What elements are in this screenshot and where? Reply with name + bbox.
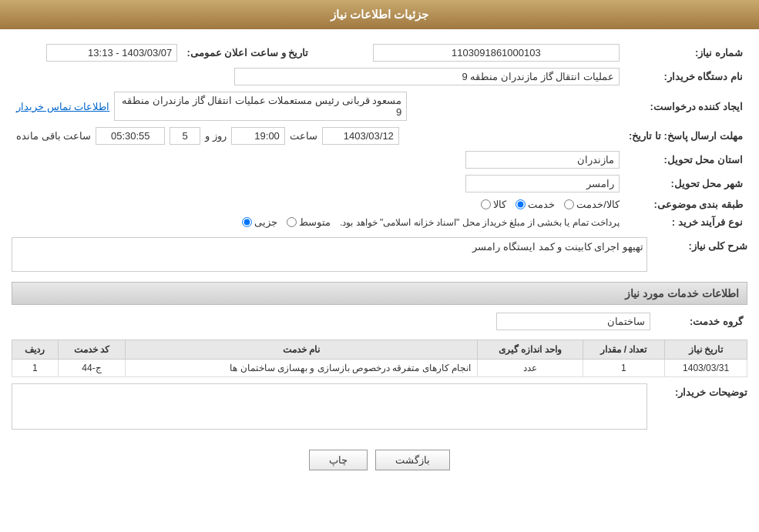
shomara-value-cell: 1103091861000103 xyxy=(313,41,624,65)
cell-vahed: عدد xyxy=(477,360,583,377)
ijad-row: ایجاد کننده درخواست: مسعود قربانی رئیس م… xyxy=(12,89,747,124)
navoe-value-cell: پرداخت تمام یا بخشی از مبلغ خریداز محل "… xyxy=(12,213,624,231)
tarikh-label: تاریخ و ساعت اعلان عمومی: xyxy=(182,41,313,65)
cell-nam: انجام کارهای متفرقه درخصوص بازسازی و بهس… xyxy=(126,360,478,377)
grohe-table: گروه خدمت: ساختمان xyxy=(12,309,747,333)
tabaqe-row: طبقه بندی موضوعی: کالا/خدمت خدمت کالا xyxy=(12,196,747,213)
cell-radif: 1 xyxy=(12,360,59,377)
cell-kod: ج-44 xyxy=(58,360,126,377)
dastgah-value-cell: عملیات انتقال گاز مازندران منطقه 9 xyxy=(12,65,624,89)
grohe-label: گروه خدمت: xyxy=(655,309,747,333)
ostan-value: مازندران xyxy=(465,151,620,169)
mohlet-time: 19:00 xyxy=(231,127,285,145)
sharh-section: شرح کلی نیاز: // Set value after render … xyxy=(12,237,747,274)
radio-jozee-label: جزیی xyxy=(254,216,277,228)
shomara-label: شماره نیاز: xyxy=(624,41,747,65)
navoe-row: نوع فرآیند خرید : پرداخت تمام یا بخشی از… xyxy=(12,213,747,231)
services-table-header-row: تاریخ نیاز تعداد / مقدار واحد اندازه گیر… xyxy=(12,340,747,360)
radio-motovaset-label: متوسط xyxy=(299,216,331,228)
dastgah-label: نام دستگاه خریدار: xyxy=(624,65,747,89)
mohlet-roz: 5 xyxy=(170,127,200,145)
grohe-value: ساختمان xyxy=(496,313,650,330)
col-radif: ردیف xyxy=(12,340,59,360)
button-area: بازگشت چاپ xyxy=(12,438,747,482)
dastgah-value: عملیات انتقال گاز مازندران منطقه 9 xyxy=(234,68,620,85)
mohlet-roz-label: روز و xyxy=(205,130,227,142)
radio-khadamat-label: خدمت xyxy=(528,199,555,210)
ettelaat-tamas-link[interactable]: اطلاعات تماس خریدار xyxy=(16,101,109,112)
col-nam: نام خدمت xyxy=(126,340,478,360)
radio-jozee[interactable]: جزیی xyxy=(242,216,277,228)
table-row: 1403/03/31 1 عدد انجام کارهای متفرقه درخ… xyxy=(12,360,747,377)
mohlet-label: مهلت ارسال پاسخ: تا تاریخ: xyxy=(624,124,747,148)
tabaqe-label: طبقه بندی موضوعی: xyxy=(624,196,747,213)
radio-jozee-input[interactable] xyxy=(242,217,252,227)
sharh-label: شرح کلی نیاز: xyxy=(655,237,747,252)
tosif-textarea[interactable] xyxy=(12,383,647,430)
mohlet-remaining: 05:30:55 xyxy=(96,127,165,145)
shahr-value: رامسر xyxy=(465,175,620,192)
radio-kala-label: کالا xyxy=(493,199,506,210)
mohlet-row: مهلت ارسال پاسخ: تا تاریخ: 1403/03/12 سا… xyxy=(12,124,747,148)
back-button[interactable]: بازگشت xyxy=(375,450,450,470)
print-button[interactable]: چاپ xyxy=(309,450,368,470)
navoe-note: پرداخت تمام یا بخشی از مبلغ خریداز محل "… xyxy=(340,217,620,228)
ostan-row: استان محل تحویل: مازندران xyxy=(12,148,747,172)
cell-tarikh: 1403/03/31 xyxy=(665,360,747,377)
col-vahed: واحد اندازه گیری xyxy=(477,340,583,360)
radio-kala-khadamat[interactable]: کالا/خدمت xyxy=(564,199,620,210)
radio-kala-khadamat-input[interactable] xyxy=(564,199,574,209)
shomara-value: 1103091861000103 xyxy=(373,44,620,62)
shomara-row: شماره نیاز: 1103091861000103 تاریخ و ساع… xyxy=(12,41,747,65)
radio-khadamat-input[interactable] xyxy=(516,199,526,209)
sharh-textarea[interactable] xyxy=(12,237,647,272)
radio-kala-input[interactable] xyxy=(481,199,491,209)
info-table: شماره نیاز: 1103091861000103 تاریخ و ساع… xyxy=(12,41,747,231)
radio-kala[interactable]: کالا xyxy=(481,199,506,210)
ostan-label: استان محل تحویل: xyxy=(624,148,747,172)
tarikh-value: 1403/03/07 - 13:13 xyxy=(46,44,177,62)
cell-tedad: 1 xyxy=(583,360,665,377)
ijad-value-cell: مسعود قربانی رئیس مستعملات عملیات انتقال… xyxy=(12,89,624,124)
mohlet-date: 1403/03/12 xyxy=(322,127,399,145)
col-kod: کد خدمت xyxy=(58,340,126,360)
grohe-value-cell: ساختمان xyxy=(12,309,655,333)
radio-motovaset[interactable]: متوسط xyxy=(287,216,331,228)
grohe-row: گروه خدمت: ساختمان xyxy=(12,309,747,333)
radio-kala-khadamat-label: کالا/خدمت xyxy=(576,199,620,210)
ostan-value-cell: مازندران xyxy=(12,148,624,172)
mohlet-time-label: ساعت xyxy=(290,130,317,142)
mohlet-value-cell: 1403/03/12 ساعت 19:00 روز و 5 05:30:55 س… xyxy=(12,124,624,148)
mohlet-remaining-label: ساعت باقی مانده xyxy=(16,130,91,142)
shahr-row: شهر محل تحویل: رامسر xyxy=(12,172,747,196)
services-table: تاریخ نیاز تعداد / مقدار واحد اندازه گیر… xyxy=(12,340,747,377)
page-header: جزئیات اطلاعات نیاز xyxy=(0,0,759,29)
radio-khadamat[interactable]: خدمت xyxy=(516,199,555,210)
services-section-header: اطلاعات خدمات مورد نیاز xyxy=(12,282,747,305)
ijad-value: مسعود قربانی رئیس مستعملات عملیات انتقال… xyxy=(114,92,407,121)
radio-motovaset-input[interactable] xyxy=(287,217,297,227)
dastgah-row: نام دستگاه خریدار: عملیات انتقال گاز ماز… xyxy=(12,65,747,89)
tosif-label: توضیحات خریدار: xyxy=(655,383,747,398)
ijad-label: ایجاد کننده درخواست: xyxy=(624,89,747,124)
tosif-section: توضیحات خریدار: xyxy=(12,383,747,432)
tarikh-value-cell: 1403/03/07 - 13:13 xyxy=(12,41,182,65)
page-title: جزئیات اطلاعات نیاز xyxy=(331,8,428,21)
shahr-value-cell: رامسر xyxy=(12,172,624,196)
col-tarikh: تاریخ نیاز xyxy=(665,340,747,360)
tabaqe-value-cell: کالا/خدمت خدمت کالا xyxy=(12,196,624,213)
navoe-label: نوع فرآیند خرید : xyxy=(624,213,747,231)
shahr-label: شهر محل تحویل: xyxy=(624,172,747,196)
col-tedad: تعداد / مقدار xyxy=(583,340,665,360)
